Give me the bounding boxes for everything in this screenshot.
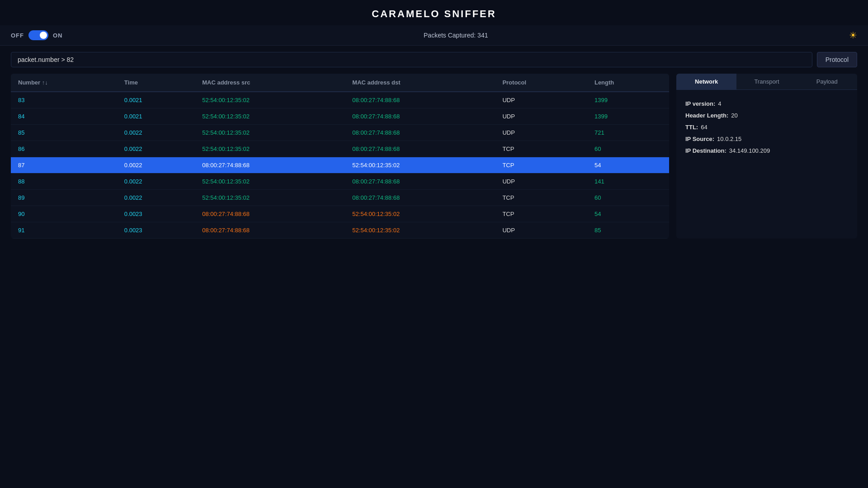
ip-dest-value: 34.149.100.209 <box>729 145 770 157</box>
cell-length: 60 <box>587 141 669 157</box>
cell-time: 0.0023 <box>117 206 195 222</box>
cell-mac-src: 52:54:00:12:35:02 <box>195 92 345 108</box>
cell-number: 89 <box>11 190 117 206</box>
toggle-on-label: ON <box>53 32 63 39</box>
table-row[interactable]: 84 0.0021 52:54:00:12:35:02 08:00:27:74:… <box>11 108 669 125</box>
cell-number: 84 <box>11 108 117 125</box>
cell-time: 0.0022 <box>117 174 195 190</box>
col-header-mac-src: MAC address src <box>195 74 345 92</box>
table-row[interactable]: 85 0.0022 52:54:00:12:35:02 08:00:27:74:… <box>11 125 669 141</box>
cell-number: 83 <box>11 92 117 108</box>
cell-number: 88 <box>11 174 117 190</box>
cell-number: 85 <box>11 125 117 141</box>
detail-body: IP version: 4 Header Length: 20 TTL: 64 … <box>676 90 857 165</box>
cell-mac-dst: 08:00:27:74:88:68 <box>345 108 495 125</box>
cell-mac-src: 52:54:00:12:35:02 <box>195 108 345 125</box>
table-row[interactable]: 89 0.0022 52:54:00:12:35:02 08:00:27:74:… <box>11 190 669 206</box>
ip-dest-field: IP Destination: 34.149.100.209 <box>685 145 848 157</box>
table-row[interactable]: 88 0.0022 52:54:00:12:35:02 08:00:27:74:… <box>11 174 669 190</box>
cell-time: 0.0022 <box>117 190 195 206</box>
toolbar: OFF ON Packets Captured: 341 ☀ <box>0 25 868 46</box>
cell-length: 60 <box>587 190 669 206</box>
ip-source-label: IP Source: <box>685 133 714 145</box>
ip-version-field: IP version: 4 <box>685 98 848 110</box>
cell-number: 90 <box>11 206 117 222</box>
cell-mac-src: 08:00:27:74:88:68 <box>195 206 345 222</box>
cell-number: 86 <box>11 141 117 157</box>
col-header-protocol: Protocol <box>495 74 587 92</box>
app-title: CARAMELO SNIFFER <box>0 0 868 25</box>
table-row[interactable]: 91 0.0023 08:00:27:74:88:68 52:54:00:12:… <box>11 222 669 239</box>
cell-mac-src: 52:54:00:12:35:02 <box>195 174 345 190</box>
tab-payload[interactable]: Payload <box>797 74 857 90</box>
toggle-off-label: OFF <box>11 32 24 39</box>
table-row[interactable]: 90 0.0023 08:00:27:74:88:68 52:54:00:12:… <box>11 206 669 222</box>
cell-protocol: UDP <box>495 92 587 108</box>
packets-count: Packets Captured: 341 <box>424 32 488 39</box>
col-header-mac-dst: MAC address dst <box>345 74 495 92</box>
toggle-area: OFF ON <box>11 30 63 40</box>
ttl-field: TTL: 64 <box>685 122 848 133</box>
tab-transport[interactable]: Transport <box>736 74 797 90</box>
cell-protocol: TCP <box>495 206 587 222</box>
cell-protocol: TCP <box>495 190 587 206</box>
cell-protocol: UDP <box>495 222 587 239</box>
tab-network[interactable]: Network <box>676 74 736 90</box>
ip-version-label: IP version: <box>685 98 715 110</box>
cell-length: 54 <box>587 157 669 174</box>
table-row[interactable]: 86 0.0022 52:54:00:12:35:02 08:00:27:74:… <box>11 141 669 157</box>
header-length-value: 20 <box>731 110 737 122</box>
cell-time: 0.0022 <box>117 141 195 157</box>
capture-toggle[interactable] <box>28 30 48 40</box>
cell-mac-src: 08:00:27:74:88:68 <box>195 222 345 239</box>
cell-mac-dst: 52:54:00:12:35:02 <box>345 206 495 222</box>
table-header-row: Number ↑↓ Time MAC address src MAC addre… <box>11 74 669 92</box>
filter-input[interactable] <box>11 52 812 67</box>
main-content: Number ↑↓ Time MAC address src MAC addre… <box>0 74 868 239</box>
cell-length: 85 <box>587 222 669 239</box>
cell-protocol: UDP <box>495 174 587 190</box>
protocol-button[interactable]: Protocol <box>817 52 857 67</box>
cell-mac-dst: 08:00:27:74:88:68 <box>345 92 495 108</box>
packet-table: Number ↑↓ Time MAC address src MAC addre… <box>11 74 669 239</box>
cell-time: 0.0023 <box>117 222 195 239</box>
cell-time: 0.0022 <box>117 125 195 141</box>
detail-tabs: Network Transport Payload <box>676 74 857 90</box>
table-row[interactable]: 83 0.0021 52:54:00:12:35:02 08:00:27:74:… <box>11 92 669 108</box>
cell-time: 0.0022 <box>117 157 195 174</box>
cell-mac-src: 52:54:00:12:35:02 <box>195 190 345 206</box>
cell-protocol: TCP <box>495 157 587 174</box>
col-header-length: Length <box>587 74 669 92</box>
filter-row: Protocol <box>0 46 868 74</box>
col-header-number: Number ↑↓ <box>11 74 117 92</box>
header-length-field: Header Length: 20 <box>685 110 848 122</box>
cell-length: 141 <box>587 174 669 190</box>
cell-time: 0.0021 <box>117 92 195 108</box>
ip-dest-label: IP Destination: <box>685 145 726 157</box>
table-row[interactable]: 87 0.0022 08:00:27:74:88:68 52:54:00:12:… <box>11 157 669 174</box>
packet-table-wrap: Number ↑↓ Time MAC address src MAC addre… <box>11 74 669 239</box>
ttl-label: TTL: <box>685 122 698 133</box>
cell-mac-src: 52:54:00:12:35:02 <box>195 141 345 157</box>
ttl-value: 64 <box>701 122 707 133</box>
cell-length: 54 <box>587 206 669 222</box>
cell-number: 91 <box>11 222 117 239</box>
cell-length: 721 <box>587 125 669 141</box>
col-header-time: Time <box>117 74 195 92</box>
header-length-label: Header Length: <box>685 110 728 122</box>
cell-time: 0.0021 <box>117 108 195 125</box>
cell-protocol: UDP <box>495 108 587 125</box>
cell-protocol: UDP <box>495 125 587 141</box>
cell-protocol: TCP <box>495 141 587 157</box>
ip-source-field: IP Source: 10.0.2.15 <box>685 133 848 145</box>
cell-mac-dst: 52:54:00:12:35:02 <box>345 222 495 239</box>
cell-length: 1399 <box>587 108 669 125</box>
theme-icon[interactable]: ☀ <box>849 30 857 41</box>
cell-number: 87 <box>11 157 117 174</box>
cell-mac-dst: 08:00:27:74:88:68 <box>345 141 495 157</box>
ip-source-value: 10.0.2.15 <box>717 133 741 145</box>
cell-mac-dst: 08:00:27:74:88:68 <box>345 125 495 141</box>
cell-mac-src: 52:54:00:12:35:02 <box>195 125 345 141</box>
cell-mac-src: 08:00:27:74:88:68 <box>195 157 345 174</box>
cell-mac-dst: 08:00:27:74:88:68 <box>345 174 495 190</box>
